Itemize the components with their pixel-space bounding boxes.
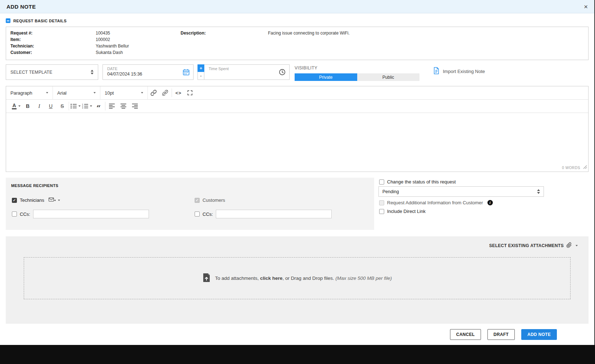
dropzone-text-prefix: To add attachments, [215, 276, 260, 281]
customer-ccs-input[interactable] [216, 210, 332, 218]
request-number-label: Request #: [10, 31, 32, 36]
bullet-list-button[interactable] [70, 100, 81, 113]
cancel-button[interactable]: CANCEL [450, 329, 481, 340]
modal-header: ADD NOTE × [0, 0, 594, 13]
visibility-group: VISIBILITY Private Public [295, 64, 419, 81]
draft-button[interactable]: DRAFT [487, 329, 515, 340]
change-status-row: Change the status of this request [379, 179, 456, 185]
time-spent-field[interactable]: Time Spent [204, 64, 290, 80]
include-direct-link-row: Include Direct Link [379, 209, 426, 214]
notify-mail-icon[interactable] [49, 197, 60, 203]
select-template-dropdown[interactable]: SELECT TEMPLATE [6, 64, 98, 80]
import-existing-note-button[interactable]: Import Existing Note [433, 67, 485, 76]
technicians-row: Technicians [12, 197, 60, 203]
import-note-label: Import Existing Note [443, 69, 485, 74]
visibility-public-option[interactable]: Public [357, 73, 420, 81]
numbered-list-button[interactable]: 123 [81, 100, 93, 113]
chevron-down-icon [46, 92, 48, 94]
attachment-dropzone[interactable]: To add attachments, click here, or Drag … [24, 257, 571, 299]
technician-ccs-label: CCs: [20, 211, 30, 217]
toolbar-separator [172, 88, 172, 97]
editor-toolbar-row-1: Paragraph Arial 10pt <> [6, 86, 588, 100]
insert-link-button[interactable] [148, 86, 159, 99]
technicians-checkbox[interactable] [12, 198, 17, 203]
numbered-list-icon: 123 [82, 104, 88, 109]
font-family-dropdown[interactable]: Arial [53, 86, 100, 99]
chevron-down-icon [18, 105, 21, 107]
technician-value: Yashwanth Bellur [96, 44, 129, 49]
date-field[interactable]: DATE 04/07/2024 15:36 [103, 64, 194, 80]
chevron-down-icon [576, 245, 578, 246]
visibility-label: VISIBILITY [295, 65, 317, 70]
date-value: 04/07/2024 15:36 [107, 72, 189, 77]
sort-arrows-icon [537, 189, 540, 194]
paragraph-style-dropdown[interactable]: Paragraph [6, 86, 53, 99]
include-direct-link-label: Include Direct Link [387, 209, 426, 214]
close-icon[interactable]: × [584, 3, 588, 10]
toolbar-separator [105, 102, 105, 110]
remove-link-button[interactable] [159, 86, 171, 99]
modal-title: ADD NOTE [6, 4, 36, 10]
note-body-textarea[interactable]: 0 WORDS [6, 113, 588, 172]
fullscreen-icon [187, 90, 193, 96]
request-number-value: 100435 [96, 31, 110, 36]
calendar-icon[interactable] [183, 69, 190, 77]
align-left-button[interactable] [106, 100, 118, 113]
dropzone-text-mid: , or Drag and Drop files. [282, 276, 335, 281]
chevron-down-icon [78, 105, 81, 107]
select-existing-attachments-button[interactable]: SELECT EXISTING ATTACHMENTS [489, 242, 578, 249]
svg-text:3: 3 [82, 107, 83, 109]
code-view-button[interactable]: <> [173, 86, 184, 99]
time-plus-button[interactable]: + [197, 64, 204, 72]
upload-file-icon [203, 273, 210, 283]
fullscreen-button[interactable] [184, 86, 196, 99]
dropzone-click-here-link[interactable]: click here [260, 276, 282, 281]
recipients-status-row: MESSAGE RECIPIENTS Technicians CCs: Cust… [6, 178, 589, 230]
change-status-label: Change the status of this request [387, 179, 456, 185]
text-color-glyph: A [12, 103, 16, 109]
text-color-button[interactable]: A [10, 100, 22, 113]
dropzone-text: To add attachments, click here, or Drag … [215, 276, 392, 281]
select-template-label: SELECT TEMPLATE [10, 70, 53, 75]
time-spent-label: Time Spent [209, 67, 285, 71]
time-stepper: + - [197, 64, 204, 80]
align-right-button[interactable] [129, 100, 141, 113]
chevron-down-icon [90, 105, 92, 107]
underline-button[interactable]: U [45, 100, 56, 113]
message-recipients-title: MESSAGE RECIPIENTS [11, 183, 58, 188]
clock-icon[interactable] [279, 69, 286, 77]
italic-button[interactable]: I [33, 100, 45, 113]
align-center-button[interactable] [118, 100, 129, 113]
blockquote-button[interactable]: “ [93, 100, 104, 113]
technician-ccs-input[interactable] [33, 210, 149, 218]
include-direct-link-checkbox[interactable] [379, 209, 384, 214]
align-center-icon [121, 104, 126, 109]
attachments-panel: SELECT EXISTING ATTACHMENTS To add attac… [6, 236, 589, 324]
collapse-icon[interactable] [6, 18, 10, 23]
paragraph-style-label: Paragraph [10, 90, 32, 96]
sort-arrows-icon [91, 70, 94, 74]
paperclip-icon [566, 242, 572, 249]
basic-details-section-head: REQUEST BASIC DETAILS [6, 18, 589, 23]
change-status-checkbox[interactable] [379, 179, 384, 185]
time-minus-button[interactable]: - [197, 72, 204, 80]
technician-ccs-row: CCs: [12, 210, 149, 218]
description-value: Facing issue connecting to corporate WiF… [268, 31, 350, 36]
info-icon[interactable]: i [487, 200, 493, 205]
add-note-button[interactable]: ADD NOTE [521, 329, 557, 340]
customer-ccs-checkbox[interactable] [195, 211, 200, 217]
customer-label: Customer: [10, 50, 32, 55]
strikethrough-button[interactable]: S [56, 100, 68, 113]
font-size-dropdown[interactable]: 10pt [100, 86, 148, 99]
resize-handle-icon[interactable] [583, 164, 587, 170]
toolbar-separator [69, 102, 69, 110]
customer-ccs-row: CCs: [195, 210, 332, 218]
visibility-private-option[interactable]: Private [295, 73, 357, 81]
align-right-icon [132, 104, 138, 109]
date-label: DATE [107, 67, 189, 71]
bold-button[interactable]: B [22, 100, 33, 113]
link-icon [150, 90, 157, 96]
status-select-dropdown[interactable]: Pending [378, 186, 544, 197]
technician-ccs-checkbox[interactable] [12, 211, 17, 217]
editor-toolbar-row-2: A B I U S 123 “ [6, 100, 588, 113]
